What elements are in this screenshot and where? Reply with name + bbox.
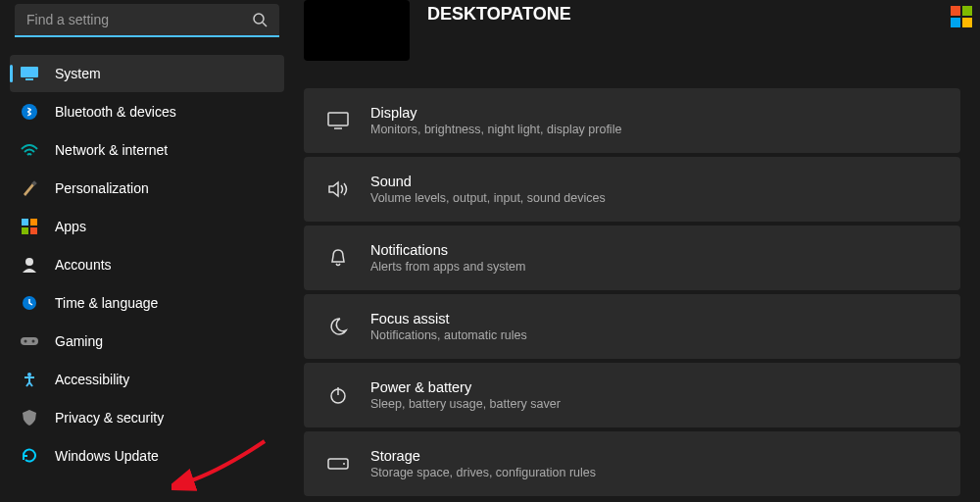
sidebar-item-label: Personalization xyxy=(55,180,149,196)
sidebar-item-label: Time & language xyxy=(55,295,158,311)
shield-icon xyxy=(20,408,39,427)
bluetooth-icon xyxy=(20,102,39,122)
accessibility-icon xyxy=(20,370,39,389)
user-avatar[interactable] xyxy=(304,0,410,61)
sidebar-item-label: Apps xyxy=(55,219,86,234)
card-power[interactable]: Power & batterySleep, battery usage, bat… xyxy=(304,363,960,427)
card-notifications[interactable]: NotificationsAlerts from apps and system xyxy=(304,226,960,290)
svg-line-1 xyxy=(263,23,267,26)
sidebar-item-label: Network & internet xyxy=(55,142,168,158)
windows-logo-icon xyxy=(951,6,972,27)
svg-rect-16 xyxy=(328,113,348,126)
card-sub: Volume levels, output, input, sound devi… xyxy=(370,191,606,205)
svg-rect-8 xyxy=(22,227,28,234)
card-title: Display xyxy=(370,105,621,121)
card-sub: Storage space, drives, configuration rul… xyxy=(370,466,596,479)
apps-icon xyxy=(20,217,39,236)
card-sub: Sleep, battery usage, battery saver xyxy=(370,397,561,411)
sidebar-item-system[interactable]: System xyxy=(10,55,284,92)
main-content: DESKTOPATONE DisplayMonitors, brightness… xyxy=(294,0,980,502)
sidebar-item-accessibility[interactable]: Accessibility xyxy=(10,361,284,398)
pc-name: DESKTOPATONE xyxy=(427,0,571,25)
svg-point-0 xyxy=(254,14,264,24)
power-icon xyxy=(323,385,353,405)
settings-cards: DisplayMonitors, brightness, night light… xyxy=(304,88,960,496)
search-icon xyxy=(252,12,268,27)
update-icon xyxy=(20,446,39,466)
wifi-icon xyxy=(20,140,39,160)
svg-rect-2 xyxy=(21,67,38,77)
card-title: Notifications xyxy=(370,242,525,258)
card-display[interactable]: DisplayMonitors, brightness, night light… xyxy=(304,88,960,153)
card-sound[interactable]: SoundVolume levels, output, input, sound… xyxy=(304,157,960,222)
sidebar-item-label: Gaming xyxy=(55,333,103,349)
gamepad-icon xyxy=(20,331,39,351)
svg-point-14 xyxy=(32,340,35,343)
card-sub: Alerts from apps and system xyxy=(370,260,525,274)
svg-point-21 xyxy=(343,463,345,465)
card-focus-assist[interactable]: Focus assistNotifications, automatic rul… xyxy=(304,294,960,359)
header: DESKTOPATONE xyxy=(304,0,960,88)
sidebar-item-network[interactable]: Network & internet xyxy=(10,131,284,169)
sidebar-item-accounts[interactable]: Accounts xyxy=(10,246,284,283)
card-sub: Monitors, brightness, night light, displ… xyxy=(370,123,621,136)
nav-list: System Bluetooth & devices Network & int… xyxy=(10,55,284,475)
monitor-icon xyxy=(20,64,39,83)
search-placeholder: Find a setting xyxy=(26,12,109,27)
person-icon xyxy=(20,255,39,275)
card-sub: Notifications, automatic rules xyxy=(370,328,527,342)
moon-icon xyxy=(323,317,353,336)
svg-rect-3 xyxy=(25,78,33,80)
card-title: Power & battery xyxy=(370,379,561,395)
svg-point-10 xyxy=(25,258,33,266)
sidebar-item-label: Accounts xyxy=(55,257,112,273)
sound-icon xyxy=(323,180,353,198)
card-title: Focus assist xyxy=(370,311,527,326)
svg-point-15 xyxy=(27,373,31,376)
sidebar: Find a setting System Bluetooth & device… xyxy=(0,0,294,502)
svg-rect-6 xyxy=(22,219,28,226)
sidebar-item-apps[interactable]: Apps xyxy=(10,208,284,245)
svg-rect-12 xyxy=(21,337,38,345)
storage-icon xyxy=(323,458,353,470)
sidebar-item-personalization[interactable]: Personalization xyxy=(10,170,284,207)
sidebar-item-time[interactable]: Time & language xyxy=(10,284,284,322)
bell-icon xyxy=(323,248,353,268)
sidebar-item-privacy[interactable]: Privacy & security xyxy=(10,399,284,436)
search-input[interactable]: Find a setting xyxy=(15,4,279,37)
card-storage[interactable]: StorageStorage space, drives, configurat… xyxy=(304,431,960,496)
svg-rect-9 xyxy=(30,227,37,234)
sidebar-item-label: Bluetooth & devices xyxy=(55,104,176,120)
display-icon xyxy=(323,112,353,129)
sidebar-item-bluetooth[interactable]: Bluetooth & devices xyxy=(10,93,284,130)
sidebar-item-label: System xyxy=(55,66,101,81)
sidebar-item-label: Windows Update xyxy=(55,448,159,464)
card-title: Storage xyxy=(370,448,596,464)
card-title: Sound xyxy=(370,174,606,189)
sidebar-item-label: Privacy & security xyxy=(55,410,164,426)
svg-point-13 xyxy=(24,340,27,343)
brush-icon xyxy=(20,178,39,198)
sidebar-item-gaming[interactable]: Gaming xyxy=(10,323,284,360)
sidebar-item-windows-update[interactable]: Windows Update xyxy=(10,437,284,475)
clock-icon xyxy=(20,293,39,313)
sidebar-item-label: Accessibility xyxy=(55,372,129,387)
svg-rect-7 xyxy=(30,219,37,226)
